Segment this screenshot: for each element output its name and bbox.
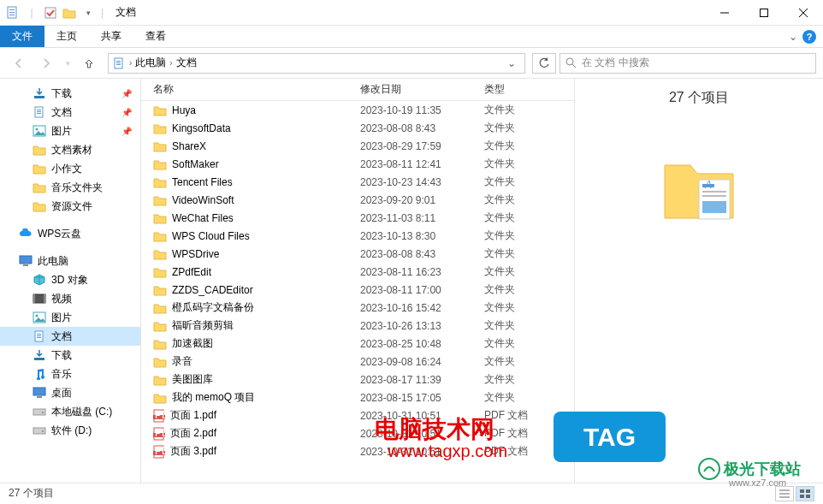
file-row[interactable]: PDF页面 2.pdf2023-10-31 10:51PDF 文档 <box>141 424 574 442</box>
file-type: 文件夹 <box>484 157 574 171</box>
svg-point-28 <box>36 315 38 317</box>
svg-rect-52 <box>702 191 726 193</box>
search-icon <box>565 57 577 68</box>
ribbon-expand-icon[interactable]: ⌄ <box>789 31 797 43</box>
qat-properties-icon[interactable] <box>5 5 21 21</box>
sidebar-item-pc-child[interactable]: 软件 (D:) <box>0 421 140 440</box>
svg-point-13 <box>566 58 573 65</box>
file-row[interactable]: VideoWinSoft2023-09-20 9:01文件夹 <box>141 191 574 209</box>
svg-rect-10 <box>116 61 121 62</box>
file-date: 2023-08-08 8:43 <box>360 248 484 260</box>
refresh-button[interactable] <box>532 53 556 74</box>
file-row[interactable]: 加速截图2023-08-25 10:48文件夹 <box>141 335 574 353</box>
pdf-icon: PDF <box>153 445 165 459</box>
folder-icon <box>153 158 167 170</box>
file-row[interactable]: 我的 memoQ 项目2023-08-15 17:05文件夹 <box>141 388 574 406</box>
search-input[interactable]: 在 文档 中搜索 <box>560 53 816 74</box>
file-row[interactable]: 美图图库2023-08-17 11:39文件夹 <box>141 371 574 388</box>
minimize-button[interactable] <box>705 0 744 26</box>
file-row[interactable]: KingsoftData2023-08-08 8:43文件夹 <box>141 119 574 137</box>
sidebar-item-pc-child[interactable]: 下载 <box>0 346 140 365</box>
address-dropdown-icon[interactable]: ⌄ <box>502 57 521 69</box>
qat-dropdown-icon[interactable]: ▾ <box>80 5 96 21</box>
file-name: ZPdfEdit <box>172 266 211 278</box>
sidebar-item-pc-child[interactable]: 3D 对象 <box>0 270 140 289</box>
file-row[interactable]: SoftMaker2023-08-11 12:41文件夹 <box>141 155 574 173</box>
file-row[interactable]: 录音2023-09-08 16:24文件夹 <box>141 353 574 371</box>
folder-icon <box>153 266 167 278</box>
svg-rect-30 <box>37 334 41 335</box>
file-row[interactable]: Tencent Files2023-10-23 14:43文件夹 <box>141 173 574 191</box>
file-row[interactable]: PDF页面 3.pdf2023-10-31 10:51PDF 文档 <box>141 442 574 460</box>
svg-text:A: A <box>704 179 712 191</box>
chevron-right-icon[interactable]: › <box>169 58 172 68</box>
sidebar-item-pc-child[interactable]: 图片 <box>0 308 140 327</box>
sidebar-item-label: 音乐 <box>51 367 72 382</box>
sidebar-item-pc-child[interactable]: 桌面 <box>0 383 140 402</box>
recent-dropdown[interactable]: ▾ <box>62 51 74 75</box>
maximize-button[interactable] <box>744 0 784 26</box>
breadcrumb-segment[interactable]: 此电脑 <box>135 56 166 70</box>
sidebar-item-label: 音乐文件夹 <box>51 181 103 195</box>
ribbon-tab-home[interactable]: 主页 <box>44 26 89 47</box>
sidebar-item-quick[interactable]: 下载📌 <box>0 84 140 103</box>
svg-rect-22 <box>20 256 32 264</box>
file-row[interactable]: WeChat Files2023-11-03 8:11文件夹 <box>141 209 574 227</box>
file-type: 文件夹 <box>484 390 574 405</box>
file-row[interactable]: PDF页面 1.pdf2023-10-31 10:51PDF 文档 <box>141 406 574 424</box>
sidebar-item-quick[interactable]: 小作文 <box>0 159 140 178</box>
sidebar-item-quick[interactable]: 资源文件 <box>0 197 140 216</box>
sidebar-item-quick[interactable]: 音乐文件夹 <box>0 178 140 197</box>
back-button[interactable] <box>7 51 31 75</box>
breadcrumb-segment[interactable]: 文档 <box>176 56 197 70</box>
column-header-date[interactable]: 修改日期 <box>360 82 484 97</box>
svg-rect-19 <box>37 113 41 114</box>
sidebar-item-pc-child[interactable]: 视频 <box>0 289 140 308</box>
address-bar[interactable]: › 此电脑 › 文档 ⌄ <box>108 53 525 74</box>
folder-icon <box>153 374 167 386</box>
column-header-name[interactable]: 名称 <box>141 82 360 97</box>
ribbon-tab-file[interactable]: 文件 <box>0 26 44 47</box>
qat-checkbox-icon[interactable] <box>43 5 58 21</box>
file-row[interactable]: Huya2023-10-19 11:35文件夹 <box>141 101 574 119</box>
file-date: 2023-08-15 17:05 <box>360 392 484 404</box>
download-icon <box>33 86 46 100</box>
file-row[interactable]: WPS Cloud Files2023-10-13 8:30文件夹 <box>141 227 574 245</box>
file-row[interactable]: WPSDrive2023-08-08 8:43文件夹 <box>141 245 574 263</box>
close-button[interactable] <box>784 0 823 26</box>
file-row[interactable]: 福昕音频剪辑2023-10-26 13:13文件夹 <box>141 317 574 335</box>
sidebar-item-quick[interactable]: 文档📌 <box>0 103 140 122</box>
view-details-button[interactable] <box>775 486 794 501</box>
forward-button[interactable] <box>34 51 58 75</box>
file-row[interactable]: ShareX2023-08-29 17:59文件夹 <box>141 137 574 155</box>
file-name: 美图图库 <box>172 372 213 387</box>
sidebar-item-pc-child[interactable]: 本地磁盘 (C:) <box>0 402 140 421</box>
sidebar-item-label: 图片 <box>51 124 72 139</box>
help-icon[interactable]: ? <box>802 30 816 44</box>
sidebar-item-quick[interactable]: 图片📌 <box>0 122 140 140</box>
folder-icon <box>153 176 167 188</box>
ribbon: 文件 主页 共享 查看 ⌄ ? <box>0 26 823 48</box>
file-name: Huya <box>172 104 196 116</box>
ribbon-tab-view[interactable]: 查看 <box>133 26 178 47</box>
folder-icon <box>153 230 167 242</box>
file-list: 名称 修改日期 类型 Huya2023-10-19 11:35文件夹Kingso… <box>141 79 575 483</box>
file-row[interactable]: 橙瓜码字文稿备份2023-10-16 15:42文件夹 <box>141 299 574 317</box>
sidebar-item-pc[interactable]: 此电脑 <box>0 252 140 270</box>
pdf-icon: PDF <box>153 409 165 423</box>
sidebar-item-quick[interactable]: 文档素材 <box>0 140 140 159</box>
file-date: 2023-10-23 14:43 <box>360 176 484 188</box>
status-count: 27 个项目 <box>9 486 54 501</box>
file-row[interactable]: ZPdfEdit2023-08-11 16:23文件夹 <box>141 263 574 281</box>
ribbon-tab-share[interactable]: 共享 <box>89 26 133 47</box>
svg-text:PDF: PDF <box>155 427 165 439</box>
sidebar-item-pc-child[interactable]: 音乐 <box>0 365 140 383</box>
file-row[interactable]: ZZDS_CADEditor2023-08-11 17:00文件夹 <box>141 281 574 299</box>
sidebar-item-wps[interactable]: WPS云盘 <box>0 224 140 243</box>
view-icons-button[interactable] <box>796 486 814 501</box>
up-button[interactable] <box>77 51 101 75</box>
column-header-type[interactable]: 类型 <box>484 82 574 97</box>
chevron-right-icon[interactable]: › <box>129 58 132 68</box>
sidebar-item-pc-child[interactable]: 文档 <box>0 327 140 346</box>
file-name: 我的 memoQ 项目 <box>172 390 255 405</box>
